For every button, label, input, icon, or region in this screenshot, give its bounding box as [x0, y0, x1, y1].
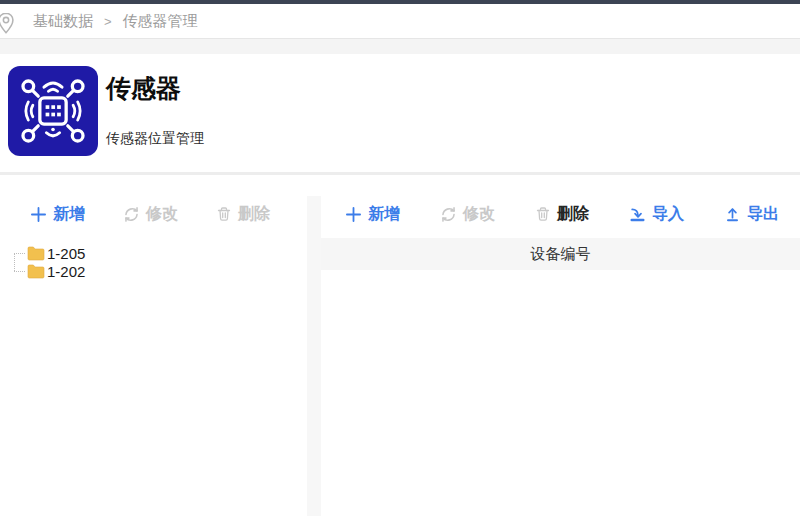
plus-icon — [345, 206, 362, 223]
page-subtitle: 传感器位置管理 — [106, 130, 204, 148]
page-title: 传感器 — [106, 72, 181, 105]
grid-export-label: 导出 — [747, 204, 779, 225]
grid-add-label: 新增 — [368, 204, 400, 225]
breadcrumb-item-sensor-management[interactable]: 传感器管理 — [123, 12, 198, 31]
grid-column-header-device-number: 设备编号 — [321, 238, 800, 270]
grid-add-button[interactable]: 新增 — [345, 204, 400, 225]
refresh-icon — [440, 206, 457, 223]
grid-delete-label: 删除 — [557, 204, 589, 225]
tree-modify-button[interactable]: 修改 — [123, 204, 178, 225]
location-tree-panel: 新增 修改 删除 1-205 — [0, 196, 307, 516]
trash-icon — [216, 206, 232, 222]
export-icon — [724, 206, 741, 223]
folder-icon — [27, 264, 45, 279]
tree-modify-label: 修改 — [146, 204, 178, 225]
refresh-icon — [123, 206, 140, 223]
grid-export-button[interactable]: 导出 — [724, 204, 779, 225]
grid-import-button[interactable]: 导入 — [629, 204, 684, 225]
sensor-icon — [8, 66, 98, 156]
grid-import-label: 导入 — [652, 204, 684, 225]
spacer — [0, 175, 800, 196]
tree-delete-label: 删除 — [238, 204, 270, 225]
tree-toolbar: 新增 修改 删除 — [0, 196, 307, 232]
header-gap-band — [0, 39, 800, 54]
grid-modify-button[interactable]: 修改 — [440, 204, 495, 225]
tree-node-label: 1-205 — [47, 245, 85, 262]
folder-icon — [27, 246, 45, 261]
import-icon — [629, 206, 646, 223]
tree-node-label: 1-202 — [47, 263, 85, 280]
tree-add-label: 新增 — [53, 204, 85, 225]
panel-gutter — [307, 196, 321, 516]
tree-node-1-205[interactable]: 1-205 — [14, 244, 307, 262]
location-tree: 1-205 1-202 — [14, 244, 307, 280]
grid-body-empty — [321, 270, 800, 516]
grid-modify-label: 修改 — [463, 204, 495, 225]
trash-icon — [535, 206, 551, 222]
grid-delete-button[interactable]: 删除 — [535, 204, 589, 225]
page-header: 传感器 传感器位置管理 — [0, 54, 800, 172]
tree-delete-button[interactable]: 删除 — [216, 204, 270, 225]
content-panels: 新增 修改 删除 1-205 — [0, 196, 800, 516]
grid-column-label: 设备编号 — [531, 245, 591, 264]
grid-toolbar: 新增 修改 删除 导入 — [321, 196, 800, 232]
device-grid-panel: 新增 修改 删除 导入 — [321, 196, 800, 516]
tree-add-button[interactable]: 新增 — [30, 204, 85, 225]
plus-icon — [30, 206, 47, 223]
breadcrumb-item-basic-data[interactable]: 基础数据 — [33, 12, 93, 31]
breadcrumb: 基础数据 > 传感器管理 — [0, 4, 800, 39]
breadcrumb-separator: > — [104, 14, 112, 29]
location-pin-icon — [0, 12, 15, 37]
tree-node-1-202[interactable]: 1-202 — [14, 262, 307, 280]
